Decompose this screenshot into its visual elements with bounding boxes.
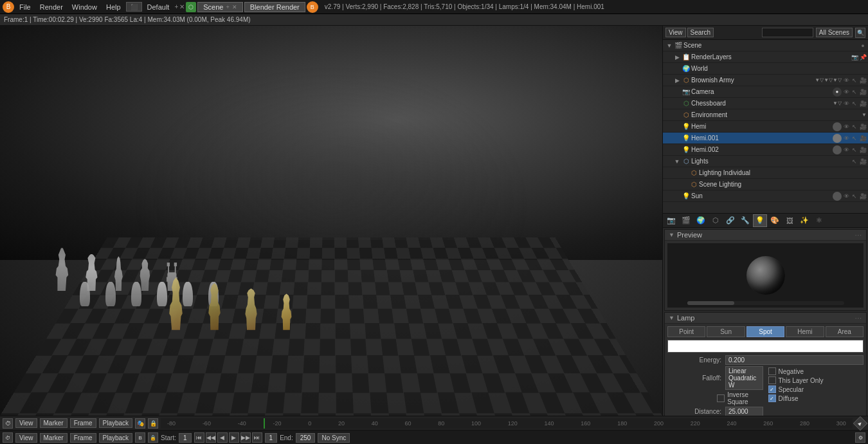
tree-item-chessboard[interactable]: ▶ ⬡ Chessboard ▼▽ 👁 ↖ 🎥 (663, 98, 868, 109)
cursor-icon-camera[interactable]: ↖ (851, 89, 858, 95)
render-hemi[interactable]: 🎥 (859, 124, 867, 130)
tree-item-sun[interactable]: ▶ 💡 Sun 👁 ↖ 🎥 (663, 190, 868, 202)
cursor-hemi[interactable]: ↖ (851, 124, 858, 130)
pb-jump-start[interactable]: ⏮ (194, 432, 204, 443)
scene-tab[interactable]: Scene + ✕ (197, 2, 242, 12)
lamp-color-swatch[interactable] (667, 340, 863, 353)
tree-item-brownish-army[interactable]: ▶ ⬡ Brownish Army ▼▽▼▽▼▽ 👁 ↖ 🎥 (663, 75, 868, 86)
end-frame-input[interactable]: 250 (296, 433, 316, 443)
tree-item-hemi001[interactable]: ▶ 💡 Hemi.001 👁 ↖ 🎥 (663, 133, 868, 144)
timeline-frame-btn[interactable]: Frame (70, 418, 96, 428)
render-hemi001[interactable]: 🎥 (859, 135, 867, 142)
eye-icon-camera[interactable]: 👁 (842, 89, 850, 95)
prop-icon-world[interactable]: 🌍 (694, 214, 708, 227)
eye-hemi[interactable]: 👁 (842, 124, 850, 130)
start-frame-input[interactable]: 1 (179, 433, 192, 443)
icon-chessboard: ⬡ (681, 98, 691, 109)
lamp-type-sun[interactable]: Sun (707, 326, 745, 337)
eye-chessboard[interactable]: 👁 (842, 100, 850, 107)
prop-icon-particles[interactable]: ✨ (797, 214, 811, 227)
menu-file[interactable]: File (15, 2, 35, 12)
outliner-search-btn[interactable]: Search (687, 28, 714, 37)
lamp-type-point[interactable]: Point (667, 326, 705, 337)
menu-render[interactable]: Render (36, 2, 67, 12)
distance-value[interactable]: 25.000 (725, 407, 763, 416)
cursor-sun[interactable]: ↖ (851, 193, 858, 199)
render-icon-camera[interactable]: 🎥 (859, 89, 867, 95)
prop-icon-physics[interactable]: ⚛ (812, 214, 826, 227)
prop-icon-render[interactable]: 📷 (664, 214, 678, 227)
tree-item-scene-lighting[interactable]: ▶ ⬡ Scene Lighting (663, 179, 868, 190)
lamp-type-spot[interactable]: Spot (746, 326, 784, 337)
tree-icon-pin: 📌 (859, 54, 867, 60)
negative-checkbox[interactable] (768, 367, 776, 375)
tree-item-scene[interactable]: ▼ 🎬 Scene ● (663, 40, 868, 51)
preview-header[interactable]: ▼ Preview ··· (665, 230, 866, 241)
falloff-value[interactable]: Linear Quadratic W (725, 366, 763, 390)
lamp-header[interactable]: ▼ Lamp ··· (665, 313, 866, 324)
all-scenes-btn[interactable]: All Scenes (816, 28, 853, 37)
current-frame-input[interactable]: 1 (265, 433, 278, 443)
render-hemi002[interactable]: 🎥 (859, 147, 867, 153)
eye-sun[interactable]: 👁 (842, 193, 850, 199)
no-sync-btn[interactable]: No Sync (318, 433, 350, 443)
menu-window[interactable]: Window (68, 2, 101, 12)
pb-jump-end[interactable]: ⏭ (252, 432, 262, 443)
tree-item-hemi002[interactable]: ▶ 💡 Hemi.002 👁 ↖ 🎥 (663, 144, 868, 156)
pb-play[interactable]: ▶ (229, 432, 239, 443)
tree-item-camera[interactable]: ▶ 📷 Camera ● 👁 ↖ 🎥 (663, 86, 868, 98)
tree-item-lighting-individual[interactable]: ▶ ⬡ Lighting Individual (663, 167, 868, 179)
expand-icon[interactable]: ▲ (853, 416, 868, 430)
eye-hemi002[interactable]: 👁 (842, 147, 850, 153)
tree-icon-camera[interactable]: 📷 (851, 54, 858, 60)
cursor-hemi001[interactable]: ↖ (851, 135, 858, 142)
prop-icon-modifiers[interactable]: 🔧 (738, 214, 752, 227)
this-layer-checkbox[interactable] (768, 376, 776, 384)
render-chessboard[interactable]: 🎥 (859, 100, 867, 107)
playback-view-btn[interactable]: View (15, 433, 37, 443)
tree-item-world[interactable]: ▶ 🌍 World (663, 63, 868, 75)
prop-icon-object[interactable]: ⬡ (709, 214, 723, 227)
prop-icon-material[interactable]: 🎨 (768, 214, 782, 227)
settings-icon[interactable]: ⚙ (855, 432, 865, 443)
label-camera: Camera (691, 88, 833, 95)
pb-step-fwd[interactable]: ▶▶ (240, 432, 251, 443)
energy-value[interactable]: 0.200 (725, 355, 863, 365)
cursor-hemi002[interactable]: ↖ (851, 147, 858, 153)
specular-checkbox[interactable]: ✓ (768, 385, 776, 393)
prop-icon-texture[interactable]: 🖼 (782, 214, 797, 227)
prop-icon-data[interactable]: 💡 (753, 214, 767, 227)
cursor-lights[interactable]: ↖ (851, 158, 858, 165)
diffuse-checkbox[interactable]: ✓ (768, 394, 776, 402)
tree-item-lights[interactable]: ▼ ⬡ Lights ↖ 🎥 (663, 156, 868, 167)
tree-item-hemi[interactable]: ▶ 💡 Hemi 👁 ↖ 🎥 (663, 121, 868, 133)
prop-icon-constraints[interactable]: 🔗 (723, 214, 737, 227)
timeline-playback-btn[interactable]: Playback (99, 418, 133, 428)
render-icon[interactable]: 🎥 (859, 77, 867, 84)
mark--20: -20 (273, 420, 281, 427)
viewport[interactable]: View Image 📷 Render Result F + ⊞ ✕ 👁 Slo… (0, 26, 662, 416)
pb-back[interactable]: ◀ (217, 432, 228, 443)
playback-marker-btn[interactable]: Marker (40, 433, 68, 443)
render-lights[interactable]: 🎥 (859, 158, 867, 165)
lamp-type-hemi[interactable]: Hemi (786, 326, 824, 337)
inverse-square-checkbox[interactable] (717, 394, 725, 402)
render-sun[interactable]: 🎥 (859, 193, 867, 199)
pb-step-back[interactable]: ◀◀ (206, 432, 216, 443)
menu-help[interactable]: Help (102, 2, 125, 12)
tree-item-environment[interactable]: ▶ ⬡ Environment ▼ (663, 109, 868, 121)
tree-item-renderlayers[interactable]: ▶ 📋 RenderLayers 📷 📌 (663, 51, 868, 63)
cursor-chessboard[interactable]: ↖ (851, 100, 858, 107)
outliner-filter-icon[interactable]: 🔍 (855, 28, 865, 38)
timeline-marker-btn[interactable]: Marker (40, 418, 68, 428)
playback-btn[interactable]: Playback (99, 433, 133, 443)
prop-icon-scene[interactable]: 🎬 (679, 214, 693, 227)
playback-frame-btn[interactable]: Frame (70, 433, 96, 443)
eye-hemi001[interactable]: 👁 (842, 135, 850, 142)
timeline-view-btn[interactable]: View (15, 418, 37, 428)
lamp-type-area[interactable]: Area (826, 326, 863, 337)
cursor-icon[interactable]: ↖ (851, 77, 858, 84)
outliner-search-input[interactable] (762, 28, 813, 37)
eye-icon[interactable]: 👁 (842, 77, 850, 84)
outliner-view-btn[interactable]: View (665, 28, 686, 37)
